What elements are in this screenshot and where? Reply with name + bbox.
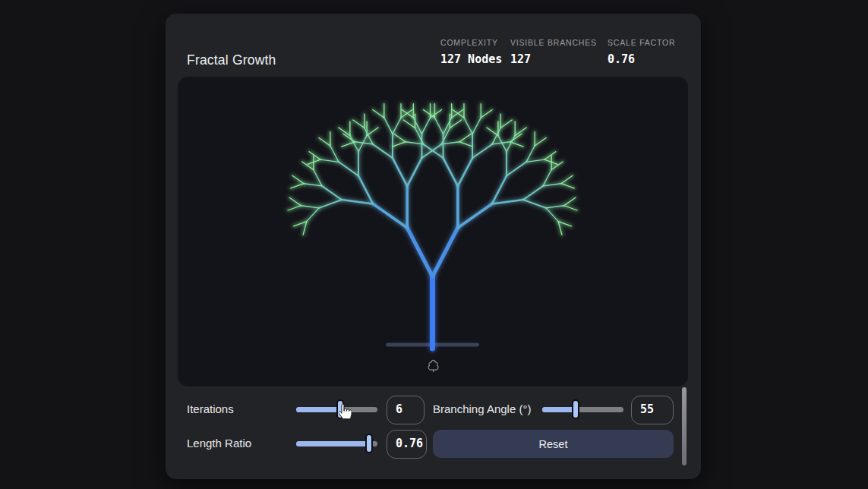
- stat-scale-factor-label: SCALE FACTOR: [608, 38, 675, 47]
- fractal-tree-drawing: [178, 77, 688, 386]
- length-ratio-slider-thumb[interactable]: [365, 434, 373, 453]
- stat-visible-branches-label: VISIBLE BRANCHES: [510, 38, 597, 47]
- stat-visible-branches: VISIBLE BRANCHES 127: [510, 38, 597, 66]
- page-title: Fractal Growth: [187, 52, 276, 68]
- app-background: Fractal Growth COMPLEXITY 127 Nodes VISI…: [0, 0, 868, 489]
- length-ratio-value-input[interactable]: 0.76: [387, 430, 427, 459]
- iterations-label: Iterations: [187, 396, 234, 423]
- stat-scale-factor: SCALE FACTOR 0.76: [608, 38, 675, 66]
- fractal-growth-card: Fractal Growth COMPLEXITY 127 Nodes VISI…: [166, 14, 701, 479]
- tree-icon: [428, 360, 438, 371]
- controls-scrollbar[interactable]: [682, 387, 687, 465]
- stat-complexity-value: 127 Nodes: [440, 52, 502, 66]
- branching-angle-slider[interactable]: [542, 396, 623, 423]
- stat-complexity-label: COMPLEXITY: [440, 38, 502, 47]
- iterations-value-input[interactable]: 6: [387, 396, 425, 424]
- stat-visible-branches-value: 127: [510, 52, 597, 66]
- iterations-slider-fill: [296, 407, 340, 412]
- branching-angle-value-input[interactable]: 55: [631, 396, 674, 424]
- branching-angle-slider-fill: [542, 407, 576, 412]
- stat-scale-factor-value: 0.76: [608, 52, 675, 66]
- fractal-tree-canvas: [178, 77, 688, 386]
- reset-button[interactable]: Reset: [433, 430, 674, 458]
- iterations-slider-thumb[interactable]: [336, 399, 344, 419]
- branching-angle-slider-thumb[interactable]: [572, 399, 579, 419]
- length-ratio-label: Length Ratio: [187, 430, 251, 457]
- iterations-slider[interactable]: [296, 396, 377, 423]
- length-ratio-slider[interactable]: [296, 430, 377, 457]
- branching-angle-label: Branching Angle (°): [433, 396, 531, 423]
- length-ratio-slider-fill: [296, 441, 369, 446]
- stat-complexity: COMPLEXITY 127 Nodes: [440, 38, 502, 66]
